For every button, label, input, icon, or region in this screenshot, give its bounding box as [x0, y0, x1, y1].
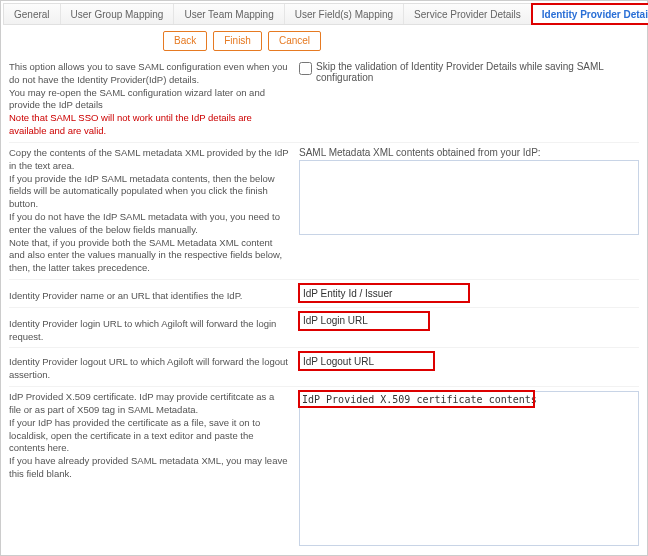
skip-desc-1: This option allows you to save SAML conf… — [9, 61, 289, 87]
row-login-url: Identity Provider login URL to which Agi… — [9, 308, 639, 349]
row-entity-id: Identity Provider name or an URL that id… — [9, 280, 639, 308]
skip-validation-text: Skip the validation of Identity Provider… — [316, 61, 639, 83]
skip-warning: Note that SAML SSO will not work until t… — [9, 112, 289, 138]
idp-logout-url-input[interactable] — [299, 352, 434, 370]
meta-desc-2: If you provide the IdP SAML metadata con… — [9, 173, 289, 211]
finish-button[interactable]: Finish — [213, 31, 262, 51]
meta-desc-4: Note that, if you provide both the SAML … — [9, 237, 289, 275]
meta-desc-3: If you do not have the IdP SAML metadata… — [9, 211, 289, 237]
tab-identity-provider-details[interactable]: Identity Provider Details — [532, 4, 648, 24]
back-button[interactable]: Back — [163, 31, 207, 51]
metadata-xml-textarea[interactable] — [299, 160, 639, 235]
tab-user-team-mapping[interactable]: User Team Mapping — [174, 4, 284, 24]
skip-validation-checkbox[interactable] — [299, 62, 312, 75]
row-metadata-xml: Copy the contents of the SAML metadata X… — [9, 143, 639, 280]
tab-general[interactable]: General — [4, 4, 61, 24]
skip-validation-label[interactable]: Skip the validation of Identity Provider… — [299, 61, 639, 83]
cert-desc-1: IdP Provided X.509 certificate. IdP may … — [9, 391, 289, 417]
cert-desc-2: If your IdP has provided the certificate… — [9, 417, 289, 455]
cancel-button[interactable]: Cancel — [268, 31, 321, 51]
row-logout-url: Identity Provider logout URL to which Ag… — [9, 348, 639, 387]
tab-user-group-mapping[interactable]: User Group Mapping — [61, 4, 175, 24]
top-button-row: Back Finish Cancel — [3, 25, 645, 57]
idp-entity-id-input[interactable] — [299, 284, 469, 302]
tab-bar: General User Group Mapping User Team Map… — [3, 3, 645, 25]
login-url-desc: Identity Provider login URL to which Agi… — [9, 312, 289, 344]
skip-desc-2: You may re-open the SAML configuration w… — [9, 87, 289, 113]
idp-x509-cert-textarea[interactable] — [299, 391, 639, 546]
metadata-xml-label: SAML Metadata XML contents obtained from… — [299, 147, 639, 158]
row-x509-cert: IdP Provided X.509 certificate. IdP may … — [9, 387, 639, 552]
row-skip-validation: This option allows you to save SAML conf… — [9, 57, 639, 143]
saml-config-panel: General User Group Mapping User Team Map… — [0, 0, 648, 556]
content-area: This option allows you to save SAML conf… — [3, 57, 645, 556]
meta-desc-1: Copy the contents of the SAML metadata X… — [9, 147, 289, 173]
tab-user-fields-mapping[interactable]: User Field(s) Mapping — [285, 4, 404, 24]
cert-desc-3: If you have already provided SAML metada… — [9, 455, 289, 481]
tab-service-provider-details[interactable]: Service Provider Details — [404, 4, 532, 24]
entity-id-desc: Identity Provider name or an URL that id… — [9, 284, 289, 303]
idp-login-url-input[interactable] — [299, 312, 429, 330]
logout-url-desc: Identity Provider logout URL to which Ag… — [9, 352, 289, 382]
